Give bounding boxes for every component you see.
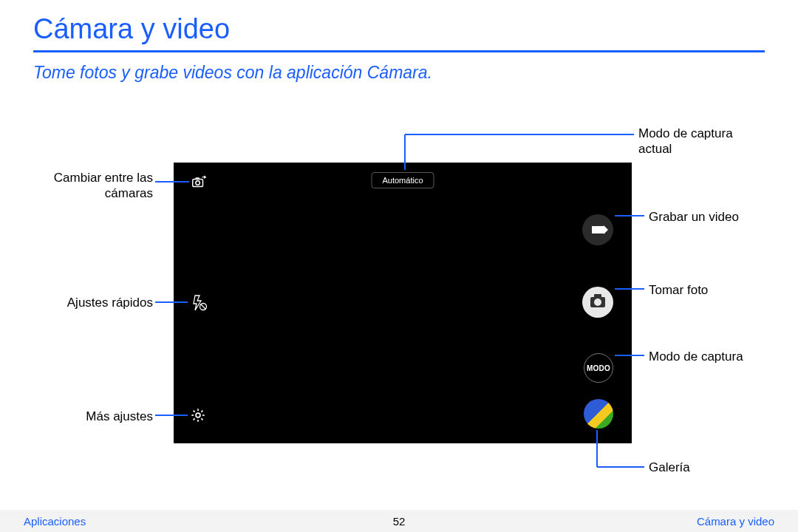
callout-gallery: Galería xyxy=(649,460,774,475)
page-footer: Aplicaciones 52 Cámara y video xyxy=(0,510,798,532)
callout-take-photo: Tomar foto xyxy=(649,282,774,298)
svg-line-13 xyxy=(201,411,202,412)
switch-camera-icon xyxy=(191,174,207,191)
svg-line-4 xyxy=(201,304,206,310)
manual-page: Cámara y video Tome fotos y grabe videos… xyxy=(0,0,798,532)
callout-switch-cameras: Cambiar entre las cámaras xyxy=(53,170,153,202)
svg-rect-0 xyxy=(193,179,203,186)
callout-record-video: Grabar un video xyxy=(649,209,774,225)
callout-more-settings: Más ajustes xyxy=(70,409,153,424)
flash-auto-icon xyxy=(190,294,208,312)
switch-camera-button[interactable] xyxy=(190,174,208,191)
camera-app-screenshot: Automático xyxy=(174,163,632,443)
page-title: Cámara y video xyxy=(33,13,230,45)
quick-settings-button[interactable] xyxy=(189,293,208,313)
callout-current-capture-mode: Modo de captura actual xyxy=(638,126,742,157)
svg-line-10 xyxy=(194,411,195,412)
take-photo-button[interactable] xyxy=(582,287,613,318)
footer-right[interactable]: Cámara y video xyxy=(697,515,774,528)
svg-rect-1 xyxy=(195,177,200,180)
title-rule xyxy=(33,50,765,52)
svg-line-12 xyxy=(194,418,195,420)
current-mode-label[interactable]: Automático xyxy=(371,172,434,188)
more-settings-button[interactable] xyxy=(189,406,207,424)
page-subtitle: Tome fotos y grabe videos con la aplicac… xyxy=(33,63,432,83)
gear-icon xyxy=(190,407,206,423)
video-camera-icon xyxy=(592,226,604,233)
callout-quick-settings: Ajustes rápidos xyxy=(53,295,153,310)
footer-page-number: 52 xyxy=(393,515,406,528)
modo-button-label: MODO xyxy=(587,364,610,372)
svg-line-11 xyxy=(201,418,202,420)
camera-icon xyxy=(590,297,605,307)
capture-mode-button[interactable]: MODO xyxy=(584,353,613,383)
gallery-button[interactable] xyxy=(584,399,613,429)
footer-left[interactable]: Aplicaciones xyxy=(24,515,86,528)
callout-capture-mode: Modo de captura xyxy=(649,349,782,364)
svg-point-2 xyxy=(196,181,200,185)
svg-point-5 xyxy=(196,413,200,417)
record-video-button[interactable] xyxy=(582,214,613,245)
